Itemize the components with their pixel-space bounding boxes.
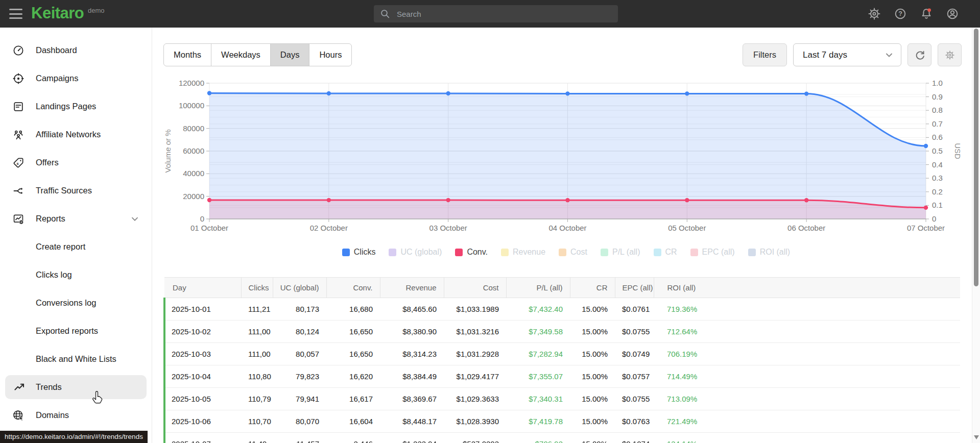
column-header-p-l-all: P/L (all) [506, 278, 570, 298]
sidebar-subitem-exported-reports[interactable]: Exported reports [0, 317, 152, 345]
page-scrollbar[interactable] [972, 28, 980, 443]
affiliates-icon [12, 129, 25, 141]
left-axis-tick-label: 60000 [183, 146, 204, 155]
table-row: 2025-10-03111,0080,05716,650$8,314.23$1,… [164, 343, 960, 365]
chevron-down-icon[interactable] [129, 213, 140, 225]
svg-text:s: s [17, 161, 19, 165]
cell-epc-all: $0.0755 [615, 388, 654, 410]
scrollbar-thumb[interactable] [974, 29, 978, 286]
tab-days[interactable]: Days [270, 44, 309, 66]
cell-clicks: 11,49 [241, 433, 273, 443]
settings-gear-icon[interactable] [868, 7, 881, 20]
sidebar-item-dashboard[interactable]: Dashboard [0, 36, 152, 64]
sidebar-item-affiliate-networks[interactable]: Affiliate Networks [0, 120, 152, 149]
tab-months[interactable]: Months [164, 44, 211, 66]
legend-item-p-l-all[interactable]: P/L (all) [601, 248, 640, 257]
right-axis-tick-label: 0.8 [932, 106, 943, 114]
x-axis-label: 02 October [310, 224, 348, 232]
sidebar-subitem-conversions-log[interactable]: Conversions log [0, 289, 152, 317]
column-header-cr: CR [570, 278, 615, 298]
date-range-select[interactable]: Last 7 days [793, 43, 901, 66]
help-icon[interactable]: ? [894, 7, 907, 20]
sidebar-item-traffic-sources[interactable]: Traffic Sources [0, 177, 152, 205]
legend-swatch [654, 249, 661, 256]
cell-conv: 16,604 [326, 410, 380, 433]
column-header-roi-all: ROI (all) [654, 278, 960, 298]
cell-clicks: 111,21 [241, 298, 273, 321]
sidebar-subitem-clicks-log[interactable]: Clicks log [0, 261, 152, 289]
cell-conv: 16,650 [326, 321, 380, 343]
legend-label: CR [665, 248, 677, 257]
right-axis-title: USD [953, 143, 962, 159]
search-input[interactable] [396, 9, 612, 19]
cell-cost: $1,033.1989 [444, 298, 506, 321]
cell-epc-all: $0.1074 [615, 433, 654, 443]
cell-day: 2025-10-03 [164, 343, 241, 365]
cell-cr: 15.00% [570, 298, 615, 321]
table-row: 2025-10-02111,0080,12416,650$8,380.90$1,… [164, 321, 960, 343]
data-point-clicks [565, 91, 569, 95]
legend-label: EPC (all) [702, 248, 735, 257]
column-header-day: Day [164, 278, 241, 298]
cell-revenue: $8,448.17 [380, 410, 444, 433]
domains-icon [12, 409, 25, 422]
app-logo[interactable]: Keitaro [31, 4, 84, 22]
global-search[interactable] [374, 5, 618, 22]
cell-roi-all: 713.09% [654, 388, 960, 410]
cell-conv: 16,617 [326, 388, 380, 410]
sidebar-subitem-create-report[interactable]: Create report [0, 233, 152, 261]
cell-cr: 15.00% [570, 410, 615, 433]
sidebar-item-reports[interactable]: Reports [0, 205, 152, 233]
legend-label: Conv. [467, 248, 488, 257]
sidebar-item-label: Landings Pages [36, 102, 96, 111]
legend-item-uc-global[interactable]: UC (global) [389, 248, 442, 257]
cell-cr: 15.00% [570, 433, 615, 443]
cell-cost: $1,028.3930 [444, 410, 506, 433]
table-row: 2025-10-0711,4911,4572,446$1,233.94$527.… [164, 433, 960, 443]
legend-item-clicks[interactable]: Clicks [342, 248, 376, 257]
notifications-bell-icon[interactable] [920, 7, 933, 20]
right-axis-tick-label: 0.9 [932, 92, 943, 101]
scrollbar-down-arrow-icon[interactable] [974, 435, 979, 439]
column-header-conv: Conv. [326, 278, 380, 298]
cell-epc-all: $0.0755 [615, 321, 654, 343]
cell-clicks: 110,70 [241, 410, 273, 433]
sidebar-item-trends[interactable]: Trends [5, 375, 147, 399]
tab-hours[interactable]: Hours [309, 44, 351, 66]
data-point-conv [685, 198, 689, 202]
legend-item-roi-all[interactable]: ROI (all) [748, 248, 791, 257]
sidebar-item-campaigns[interactable]: Campaigns [0, 64, 152, 92]
legend-label: Clicks [354, 248, 376, 257]
table-row: 2025-10-05110,7979,94116,617$8,369.67$1,… [164, 388, 960, 410]
legend-item-cost[interactable]: Cost [559, 248, 587, 257]
refresh-button[interactable] [907, 43, 931, 66]
cell-clicks: 111,00 [241, 321, 273, 343]
cell-conv: 16,680 [326, 298, 380, 321]
legend-item-epc-all[interactable]: EPC (all) [690, 248, 735, 257]
tab-weekdays[interactable]: Weekdays [211, 44, 270, 66]
legend-item-conv[interactable]: Conv. [455, 248, 488, 257]
cell-day: 2025-10-02 [164, 321, 241, 343]
cell-conv: 16,620 [326, 365, 380, 388]
cell-cr: 15.00% [570, 343, 615, 365]
cell-cost: $527.0203 [444, 433, 506, 443]
menu-hamburger-icon[interactable] [9, 9, 22, 19]
campaigns-icon [12, 72, 25, 85]
sidebar-item-landings-pages[interactable]: Landings Pages [0, 92, 152, 120]
user-avatar-icon[interactable] [946, 7, 959, 20]
cell-roi-all: 134.14% [654, 433, 960, 443]
cell-clicks: 110,80 [241, 365, 273, 388]
sidebar-item-offers[interactable]: sOffers [0, 149, 152, 177]
sidebar-item-domains[interactable]: Domains [0, 401, 152, 429]
sidebar-subitem-black-and-white-lists[interactable]: Black and White Lists [0, 345, 152, 373]
legend-label: ROI (all) [760, 248, 791, 257]
cell-roi-all: 719.36% [654, 298, 960, 321]
cell-cost: $1,031.3216 [444, 321, 506, 343]
legend-swatch [690, 249, 698, 256]
chart-settings-button[interactable] [938, 43, 962, 66]
filters-button[interactable]: Filters [743, 43, 787, 66]
legend-item-cr[interactable]: CR [654, 248, 677, 257]
legend-item-revenue[interactable]: Revenue [501, 248, 545, 257]
cell-epc-all: $0.0749 [615, 343, 654, 365]
refresh-icon [914, 50, 925, 61]
